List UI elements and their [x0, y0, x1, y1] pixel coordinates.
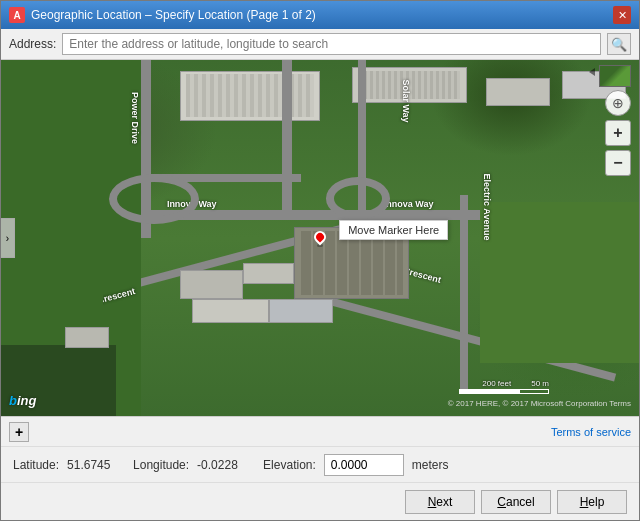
- address-bar: Address: 🔍: [1, 29, 639, 60]
- close-button[interactable]: ✕: [613, 6, 631, 24]
- buttons-bar: Next Cancel Help: [1, 482, 639, 520]
- scale-labels: 200 feet 50 m: [482, 379, 549, 388]
- dialog-window: A Geographic Location – Specify Location…: [0, 0, 640, 521]
- coords-bar: Latitude: 51.6745 Longitude: -0.0228 Ele…: [1, 446, 639, 482]
- address-label: Address:: [9, 37, 56, 51]
- address-input[interactable]: [62, 33, 601, 55]
- road-label-electric-avenue: Electric Avenue: [482, 174, 492, 241]
- marker-pin: [312, 228, 329, 245]
- road-label-power-drive: Power Drive: [130, 92, 140, 144]
- bottom-toolbar: + Terms of service: [1, 416, 639, 446]
- map-container[interactable]: Move Marker Here Power Drive Solar Way I…: [1, 60, 639, 416]
- help-button[interactable]: Help: [557, 490, 627, 514]
- app-icon: A: [9, 7, 25, 23]
- terms-of-service-link[interactable]: Terms of service: [551, 426, 631, 438]
- search-icon: 🔍: [611, 37, 627, 52]
- map-controls: ⊕ + −: [605, 90, 631, 176]
- map-marker[interactable]: [314, 231, 326, 247]
- compass-button[interactable]: ⊕: [605, 90, 631, 116]
- zoom-out-button[interactable]: −: [605, 150, 631, 176]
- scale-label-meters: 50 m: [531, 379, 549, 388]
- scale-bar: 200 feet 50 m: [459, 379, 549, 394]
- zoom-in-button[interactable]: +: [605, 120, 631, 146]
- title-text: Geographic Location – Specify Location (…: [31, 8, 316, 22]
- latitude-value: 51.6745: [67, 458, 117, 472]
- longitude-label: Longitude:: [133, 458, 189, 472]
- road-label-solar-way: Solar Way: [400, 79, 410, 122]
- add-button[interactable]: +: [9, 422, 29, 442]
- longitude-value: -0.0228: [197, 458, 247, 472]
- next-label: Next: [428, 495, 453, 509]
- help-label: Help: [580, 495, 605, 509]
- search-button[interactable]: 🔍: [607, 33, 631, 55]
- chevron-right-icon: ›: [6, 233, 9, 244]
- next-button[interactable]: Next: [405, 490, 475, 514]
- elevation-input[interactable]: [324, 454, 404, 476]
- bing-logo: bing: [9, 393, 36, 408]
- cancel-label: Cancel: [497, 495, 534, 509]
- elevation-unit: meters: [412, 458, 449, 472]
- cancel-button[interactable]: Cancel: [481, 490, 551, 514]
- road-label-innova-way-2: Innova Way: [384, 199, 434, 209]
- title-bar: A Geographic Location – Specify Location…: [1, 1, 639, 29]
- latitude-label: Latitude:: [13, 458, 59, 472]
- title-bar-left: A Geographic Location – Specify Location…: [9, 7, 316, 23]
- collapse-panel-button[interactable]: ›: [1, 218, 15, 258]
- scale-label-feet: 200 feet: [482, 379, 511, 388]
- minimap[interactable]: [599, 65, 631, 87]
- move-marker-popup[interactable]: Move Marker Here: [339, 220, 448, 240]
- map-satellite[interactable]: Move Marker Here Power Drive Solar Way I…: [1, 60, 639, 416]
- elevation-label: Elevation:: [263, 458, 316, 472]
- copyright-text: © 2017 HERE, © 2017 Microsoft Corporatio…: [448, 399, 631, 408]
